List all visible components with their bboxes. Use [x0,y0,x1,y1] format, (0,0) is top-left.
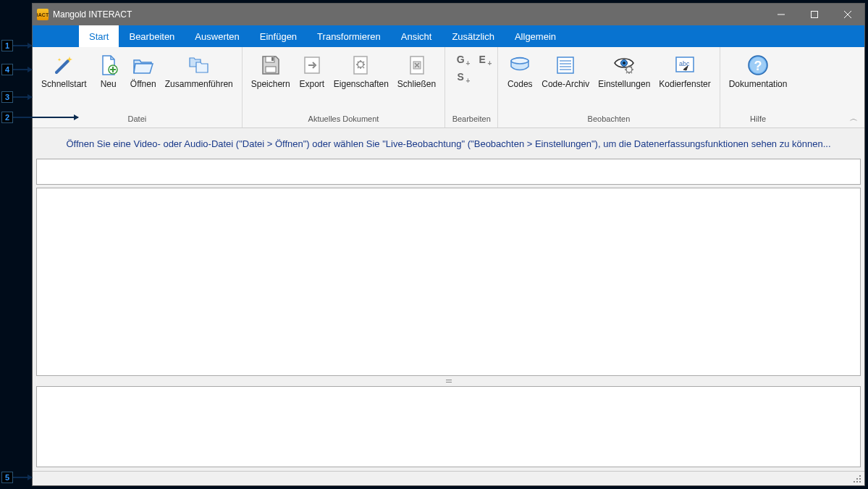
svg-rect-1 [812,12,818,18]
ribbon-group-aktuelles: Speichern Export Eigenschaften Schließen… [243,47,445,128]
archive-list-icon [554,54,577,77]
annotation-badge-1: 1 [1,40,13,51]
schnellstart-label: Schnellstart [41,79,87,89]
svg-rect-7 [271,57,274,61]
svg-point-13 [511,58,528,64]
schnellstart-button[interactable]: Schnellstart [37,50,91,91]
ribbon-collapse-button[interactable]: 〈 [848,114,859,122]
horizontal-splitter[interactable] [36,379,861,383]
letter-e: E [479,54,486,65]
svg-rect-14 [557,57,573,73]
annotation-arrow [13,69,32,70]
kodier-label: Kodierfenster [659,79,710,89]
main-window: iACT Mangold INTERACT Start Bearbeiten A… [32,3,865,486]
export-label: Export [299,79,324,89]
kodierfenster-button[interactable]: abc Kodierfenster [654,50,715,91]
eigenschaften-button[interactable]: Eigenschaften [329,50,393,91]
dokumentation-button[interactable]: ? Dokumentation [725,50,792,91]
add-g-button[interactable]: G+ [451,51,470,67]
annotation-badge-5: 5 [1,472,13,483]
pane-middle[interactable] [36,188,861,376]
properties-icon [350,54,373,77]
merge-folders-icon [187,54,211,77]
ribbon-group-beobachten: Codes Code-Archiv Einstellungen abc Kodi… [498,47,720,128]
workspace [33,159,864,471]
open-folder-icon [132,54,155,77]
ribbon: Schnellstart Neu Öffnen Zusammenführen D… [33,47,864,128]
annotation-arrow [13,96,32,98]
eigenschaften-label: Eigenschaften [334,79,389,89]
tab-einfuegen[interactable]: Einfügen [250,25,307,47]
tab-start[interactable]: Start [79,25,119,47]
save-icon [259,54,282,77]
speichern-button[interactable]: Speichern [247,50,295,91]
code-archiv-button[interactable]: Code-Archiv [537,50,594,91]
annotation-badge-4: 4 [1,64,13,75]
app-icon: iACT [37,9,49,20]
group-label-aktuelles: Aktuelles Dokument [243,114,444,128]
tab-transformieren[interactable]: Transformieren [307,25,391,47]
add-s-button[interactable]: S+ [451,69,470,85]
archiv-label: Code-Archiv [542,79,589,89]
letter-g: G [457,54,465,65]
maximize-button[interactable] [798,4,831,25]
group-label-hilfe: Hilfe [720,114,796,128]
schliessen-button[interactable]: Schließen [393,50,440,91]
speichern-label: Speichern [251,79,290,89]
codes-button[interactable]: Codes [502,50,537,91]
close-file-icon [405,54,429,77]
window-title: Mangold INTERACT [53,9,132,20]
plus-icon: + [465,77,470,85]
einstellungen-label: Einstellungen [598,79,650,89]
oeffnen-label: Öffnen [130,79,156,89]
plus-icon: + [465,59,470,67]
svg-rect-6 [266,67,276,72]
pane-top[interactable] [36,159,861,185]
coding-window-icon: abc [673,54,696,77]
zusammen-button[interactable]: Zusammenführen [161,50,237,91]
group-label-bearbeiten: Bearbeiten [445,114,497,128]
tab-allgemein[interactable]: Allgemein [505,25,566,47]
tab-bearbeiten[interactable]: Bearbeiten [119,25,185,47]
help-icon: ? [746,54,770,77]
codes-icon [508,54,531,77]
annotation-arrow [13,117,78,118]
ribbon-group-bearbeiten: G+ E+ S+ Bearbeiten [445,47,498,128]
pane-bottom[interactable] [36,386,861,467]
plus-icon: + [487,59,492,67]
codes-label: Codes [507,79,533,89]
svg-text:?: ? [754,59,762,73]
annotation-arrow [13,477,32,478]
schliessen-label: Schließen [397,79,436,89]
annotation-margin: 1 4 3 2 5 [0,0,32,489]
resize-grip[interactable] [853,475,861,483]
statusbar [33,471,864,485]
export-button[interactable]: Export [295,50,329,91]
ribbon-group-hilfe: ? Dokumentation Hilfe [720,47,796,128]
wand-icon [52,54,75,77]
letter-s: S [458,71,464,83]
zusammen-label: Zusammenführen [165,79,233,89]
annotation-badge-2: 2 [1,112,13,123]
ribbon-tabs: Start Bearbeiten Auswerten Einfügen Tran… [33,25,864,47]
export-icon [300,54,324,77]
annotation-badge-3: 3 [1,91,13,103]
tab-ansicht[interactable]: Ansicht [391,25,442,47]
close-button[interactable] [831,4,864,25]
doku-label: Dokumentation [729,79,788,89]
tab-auswerten[interactable]: Auswerten [185,25,249,47]
neu-label: Neu [101,79,117,89]
minimize-button[interactable] [764,4,798,25]
svg-text:abc: abc [679,60,690,67]
titlebar: iACT Mangold INTERACT [33,4,864,25]
svg-point-20 [623,62,625,64]
annotation-arrow [13,45,32,46]
einstellungen-button[interactable]: Einstellungen [594,50,654,91]
add-e-button[interactable]: E+ [473,51,492,67]
oeffnen-button[interactable]: Öffnen [126,50,161,91]
svg-rect-9 [354,57,367,74]
tab-zusaetzlich[interactable]: Zusätzlich [442,25,505,47]
neu-button[interactable]: Neu [91,50,126,91]
group-label-beobachten: Beobachten [498,114,719,128]
eye-gear-icon [612,54,636,77]
